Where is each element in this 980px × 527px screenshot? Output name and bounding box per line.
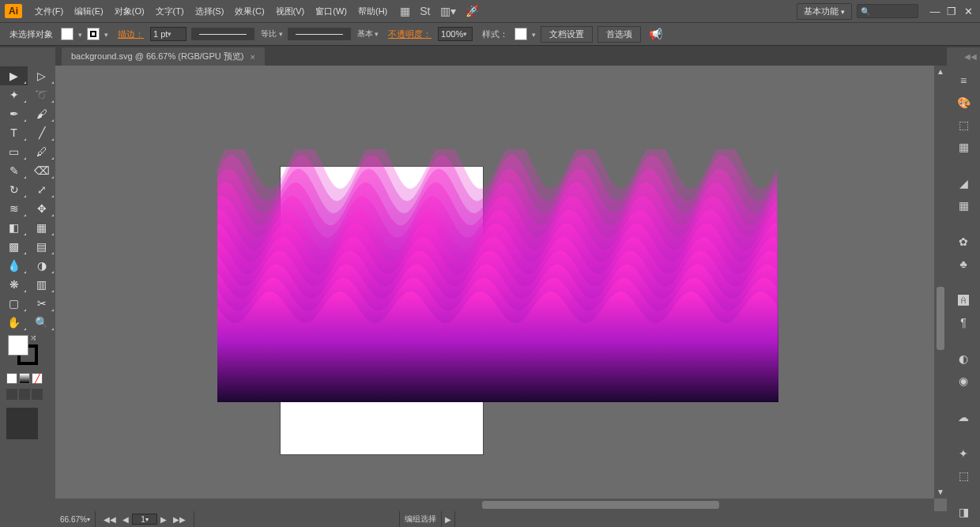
tool-paintbrush[interactable]: 🖊 [28,142,55,161]
stroke-dd[interactable] [104,29,108,39]
canvas[interactable]: ▲ ▼ [55,66,947,511]
menu-help[interactable]: 帮助(H) [353,3,392,20]
menu-effect[interactable]: 效果(C) [230,3,269,20]
style-swatch[interactable] [514,28,527,40]
dock-icon-6[interactable]: ▦ [953,196,974,215]
close-button[interactable]: ✕ [961,6,975,17]
dock-icon-19[interactable]: ✦ [953,444,974,463]
horizontal-scrollbar[interactable] [55,499,934,511]
document-setup-button[interactable]: 文档设置 [541,26,593,43]
search-input[interactable]: 🔍 [857,4,918,18]
menu-file[interactable]: 文件(F) [30,3,68,20]
bridge-icon[interactable]: ▦ [400,5,410,17]
fill-color[interactable] [8,335,28,356]
tool-shape-builder[interactable]: ◧ [0,218,28,237]
tool-column-graph[interactable]: ▥ [28,275,55,294]
next-artboard-button[interactable]: ▶ [157,515,170,524]
dock-icon-8[interactable]: ✿ [953,232,974,251]
stroke-weight-input[interactable]: 1 pt [150,27,187,41]
tool-eyedropper[interactable]: 💧 [0,256,28,275]
workspace-switcher[interactable]: 基本功能 [797,3,852,20]
tool-gradient[interactable]: ▤ [28,237,55,256]
tool-eraser[interactable]: ⌫ [28,161,55,180]
draw-behind[interactable] [19,389,30,400]
tool-width[interactable]: ≋ [0,199,28,218]
tool-spray[interactable]: ❋ [0,275,28,294]
tool-type[interactable]: T [0,123,28,142]
dock-icon-2[interactable]: ⬚ [953,115,974,134]
align-icon[interactable]: 📢̸ [646,28,665,40]
maximize-button[interactable]: ❐ [944,6,959,17]
tool-zoom[interactable]: 🔍 [28,313,55,332]
zoom-level[interactable]: 66.67% [55,511,96,527]
dock-icon-20[interactable]: ⬚ [953,466,974,485]
brush-def[interactable] [288,28,351,40]
tool-pen[interactable]: ✒ [0,104,28,123]
scroll-thumb-h[interactable] [482,501,719,509]
menu-type[interactable]: 文字(T) [151,3,189,20]
minimize-button[interactable]: — [928,6,942,17]
draw-inside[interactable] [32,389,43,400]
tool-brush[interactable]: 🖌 [28,104,55,123]
tool-cursor-black[interactable]: ▶ [0,66,28,85]
color-mode-solid[interactable] [6,373,17,384]
tool-line[interactable]: ╱ [28,123,55,142]
expand-dock-icon[interactable]: ◀◀ [964,52,977,61]
dock-icon-12[interactable]: ¶ [953,313,974,332]
color-mode-gradient[interactable] [19,373,30,384]
tool-free-transform[interactable]: ✥ [28,199,55,218]
last-artboard-button[interactable]: ▶▶ [170,515,189,524]
dock-icon-22[interactable]: ◨ [953,503,974,521]
color-mode-none[interactable]: ╱ [32,373,43,384]
prev-artboard-button[interactable]: ◀ [119,515,132,524]
menu-window[interactable]: 窗口(W) [311,3,352,20]
stock-icon[interactable]: St [420,5,430,17]
dock-icon-1[interactable]: 🎨 [953,93,974,112]
document-tab[interactable]: background.svg @ 66.67% (RGB/GPU 预览) × [62,47,265,66]
tool-cursor-white[interactable]: ▷ [28,66,55,85]
dock-icon-9[interactable]: ♣ [953,254,974,273]
scroll-up-icon[interactable]: ▲ [934,66,947,78]
first-artboard-button[interactable]: ◀◀ [100,515,119,524]
dock-icon-5[interactable]: ◢ [953,174,974,193]
scroll-down-icon[interactable]: ▼ [934,486,947,499]
tool-lasso[interactable]: ➰ [28,85,55,104]
stroke-swatch[interactable] [87,28,100,40]
tool-slice[interactable]: ✂ [28,294,55,313]
artboard-number[interactable]: 1 [132,514,157,525]
menu-object[interactable]: 对象(O) [110,3,149,20]
tool-blend[interactable]: ◑ [28,256,55,275]
fill-dd[interactable] [78,29,82,39]
tool-wand[interactable]: ✦ [0,85,28,104]
preferences-button[interactable]: 首选项 [597,26,641,43]
tool-scale[interactable]: ⤢ [28,180,55,199]
draw-normal[interactable] [6,389,17,400]
tool-rotate[interactable]: ↻ [0,180,28,199]
gpu-icon[interactable]: 🚀 [466,5,479,17]
tool-pencil[interactable]: ✎ [0,161,28,180]
tool-hand[interactable]: ✋ [0,313,28,332]
menu-edit[interactable]: 编辑(E) [70,3,108,20]
status-more[interactable]: ▶ [442,511,455,527]
fill-swatch[interactable] [61,28,74,40]
swap-fill-stroke-icon[interactable]: ⤭ [30,333,36,342]
arrange-icon[interactable]: ▥▾ [440,5,456,17]
dock-icon-15[interactable]: ◉ [953,371,974,390]
dock-icon-3[interactable]: ▦ [953,137,974,156]
tool-rect[interactable]: ▭ [0,142,28,161]
tool-artboard[interactable]: ▢ [0,294,28,313]
close-tab-icon[interactable]: × [250,52,254,62]
dock-icon-0[interactable]: ≡ [953,71,974,90]
opacity-input[interactable]: 100% [438,27,473,41]
artwork[interactable] [217,149,778,402]
screen-mode[interactable] [6,408,38,439]
var-width-profile[interactable] [191,28,254,40]
tool-perspective[interactable]: ▦ [28,218,55,237]
tool-mesh[interactable]: ▩ [0,237,28,256]
dock-icon-17[interactable]: ☁ [953,408,974,427]
menu-select[interactable]: 选择(S) [190,3,229,20]
style-dd[interactable] [532,29,536,39]
scroll-thumb-v[interactable] [937,287,944,350]
dock-icon-11[interactable]: 🅰 [953,291,974,310]
vertical-scrollbar[interactable]: ▲ ▼ [934,66,947,499]
